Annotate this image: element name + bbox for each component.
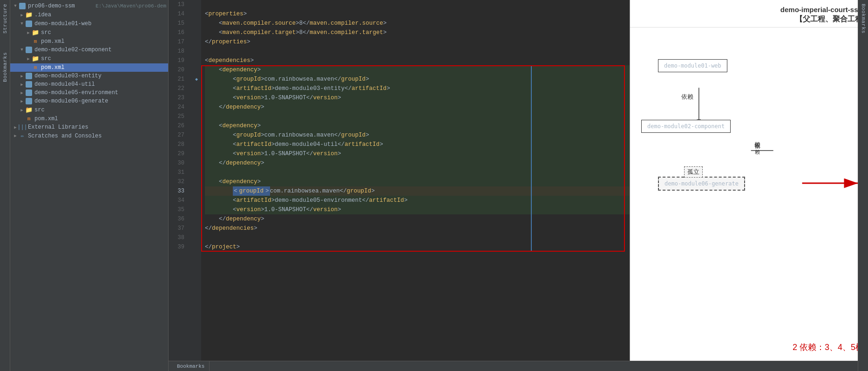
module-icon — [25, 21, 33, 27]
diagram-module06-box: demo-module06-generate — [658, 177, 745, 191]
tree-root[interactable]: ▼ pro06-demo-ssm E:\Java\Maven\pro06-dem — [10, 2, 168, 10]
code-editor[interactable]: <properties> <maven.compiler.source>8</m… — [201, 0, 630, 361]
sidebar-item-module02[interactable]: ▼ demo-module02-component — [10, 46, 168, 54]
sidebar-label-pom1: pom.xml — [41, 38, 166, 45]
line-num-18: 18 — [169, 47, 188, 56]
bookmark-icon: ◆ — [195, 76, 198, 82]
line-num-25: 25 — [169, 112, 188, 121]
bookmarks-tab[interactable]: Bookmarks — [2, 52, 8, 82]
gutter-30 — [192, 158, 201, 168]
code-line-15: <maven.compiler.source>8</maven.compiler… — [205, 19, 630, 28]
sidebar-item-module01[interactable]: ▼ demo-module01-web — [10, 20, 168, 28]
sidebar-item-module05[interactable]: ▶ demo-module05-environment — [10, 89, 168, 97]
sidebar-label-module06: demo-module06-generate — [34, 98, 166, 104]
tree-root-label: pro06-demo-ssm — [28, 3, 93, 9]
code-line-33: <groupId>com.rainbowsea.maven</groupId> — [205, 186, 630, 196]
sidebar-item-scratches[interactable]: ▶ ✏ Scratches and Consoles — [10, 131, 168, 140]
code-line-28: <artifactId>demo-module04-util</artifact… — [205, 140, 630, 149]
line-num-14: 14 — [169, 9, 188, 19]
sidebar-label-src1: src — [41, 29, 166, 36]
project-tree: ▼ pro06-demo-ssm E:\Java\Maven\pro06-dem… — [10, 0, 168, 371]
sidebar-item-external-libraries[interactable]: ▶ ||| External Libraries — [10, 123, 168, 131]
line-num-19: 19 — [169, 56, 188, 65]
right-bookmarks-tab[interactable]: Bookmarks — [861, 4, 866, 34]
diagram-header: demo-imperial-court-ssm-show 【父工程、聚合工程】 — [630, 0, 858, 27]
gutter-19 — [192, 56, 201, 65]
library-icon: ||| — [19, 124, 26, 131]
bookmarks-bottom-tab[interactable]: Bookmarks — [172, 361, 210, 371]
arrow-icon: ▼ — [12, 4, 19, 8]
code-line-14: <properties> — [205, 9, 630, 19]
line-num-17: 17 — [169, 37, 188, 47]
folder-icon: 📁 — [25, 11, 33, 19]
code-line-25 — [205, 112, 630, 121]
code-line-22: <artifactId>demo-module03-entity</artifa… — [205, 84, 630, 93]
sidebar-item-src1[interactable]: ▶ 📁 src — [10, 28, 168, 37]
gutter-15 — [192, 19, 201, 28]
arrow-icon: ▶ — [25, 30, 32, 35]
gutter-32 — [192, 177, 201, 186]
right-stripe: Bookmarks — [858, 0, 868, 371]
line-num-38: 38 — [169, 233, 188, 242]
diagram-arrows: 依 赖 — [630, 27, 858, 361]
line-num-36: 36 — [169, 214, 188, 224]
gutter-36 — [192, 214, 201, 224]
gutter-24 — [192, 103, 201, 112]
code-line-16: <maven.compiler.target>8</maven.compiler… — [205, 28, 630, 37]
sidebar-item-idea[interactable]: ▶ 📁 .idea — [10, 10, 168, 20]
gutter-21: ◆ — [192, 75, 201, 84]
arrow-icon: ▶ — [12, 133, 19, 138]
sidebar-item-src2[interactable]: ▶ 📁 src — [10, 54, 168, 63]
left-stripe: Structure Bookmarks — [0, 0, 10, 371]
line-num-35: 35 — [169, 205, 188, 214]
code-line-38 — [205, 233, 630, 242]
code-line-29: <version>1.0-SNAPSHOT</version> — [205, 149, 630, 158]
gutter-17 — [192, 37, 201, 47]
module-icon — [19, 3, 26, 9]
sidebar-item-pom1[interactable]: ▶ m pom.xml — [10, 37, 168, 46]
line-num-31: 31 — [169, 168, 188, 177]
module-icon — [25, 81, 33, 88]
diagram-panel: × demo-imperial-court-ssm-show 【父工程、聚合工程… — [630, 0, 858, 361]
sidebar-item-pom-root[interactable]: ▶ m pom.xml — [10, 115, 168, 123]
sidebar-label-src2: src — [41, 55, 166, 62]
sidebar-item-module06[interactable]: ▶ demo-module06-generate — [10, 97, 168, 105]
diagram-bottom-label: 2 依赖：3、4、5模块 — [793, 342, 858, 353]
sidebar-label-module03: demo-module03-entity — [34, 73, 166, 79]
arrow-icon: ▼ — [19, 48, 25, 52]
line-num-33: 33 — [169, 186, 188, 196]
sidebar-item-src-root[interactable]: ▶ 📁 src — [10, 105, 168, 115]
line-num-26: 26 — [169, 121, 188, 131]
line-num-16: 16 — [169, 28, 188, 37]
module-icon — [25, 73, 33, 79]
structure-tab[interactable]: Structure — [2, 4, 8, 34]
gutter-14 — [192, 9, 201, 19]
xml-icon: m — [25, 116, 33, 122]
sidebar-item-module04[interactable]: ▶ demo-module04-util — [10, 80, 168, 89]
code-line-35: <version>1.0-SNAPSHOT</version> — [205, 205, 630, 214]
gutter-25 — [192, 112, 201, 121]
line-num-28: 28 — [169, 140, 188, 149]
line-num-24: 24 — [169, 103, 188, 112]
code-line-20: <dependency> — [205, 65, 630, 75]
xml-icon: m — [32, 39, 39, 44]
code-line-19: <dependencies> — [205, 56, 630, 65]
arrow-icon: ▶ — [19, 108, 25, 113]
sidebar-label-pom-root: pom.xml — [34, 116, 166, 122]
sidebar-label-idea: .idea — [34, 12, 166, 18]
editor-area: 13 14 15 16 17 18 19 20 21 22 23 24 25 2… — [169, 0, 858, 361]
label-yilai-1: 依赖 — [681, 93, 693, 101]
sidebar-item-pom2[interactable]: ▶ m pom.xml — [10, 63, 168, 72]
sidebar-label-ext-lib: External Libraries — [28, 124, 166, 131]
diagram-title-line2: 【父工程、聚合工程】 — [630, 14, 858, 24]
code-line-23: <version>1.0-SNAPSHOT</version> — [205, 93, 630, 103]
line-num-21: 21 — [169, 75, 188, 84]
module-icon — [25, 89, 33, 96]
line-num-15: 15 — [169, 19, 188, 28]
line-num-23: 23 — [169, 93, 188, 103]
gutter-38 — [192, 233, 201, 242]
sidebar-item-module03[interactable]: ▶ demo-module03-entity — [10, 72, 168, 80]
sidebar-label-module05: demo-module05-environment — [34, 89, 166, 96]
folder-icon: 📁 — [25, 106, 33, 114]
code-line-26: <dependency> — [205, 121, 630, 131]
